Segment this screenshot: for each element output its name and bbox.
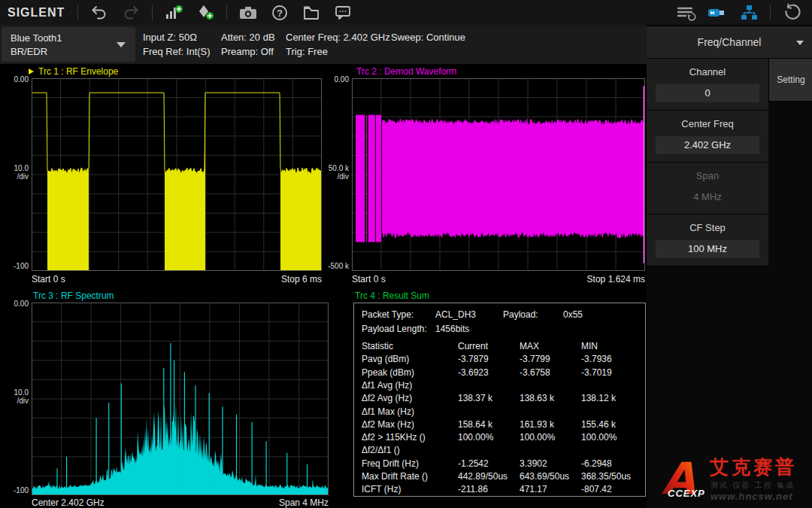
tab-setting[interactable]: Setting [768, 59, 812, 102]
file-button[interactable] [301, 3, 322, 23]
trc1-y-bottom: -100 [2, 262, 29, 270]
trc2-x-labels: Start 0 sStop 1.624 ms [352, 274, 645, 284]
result-sum-table: Packet Type: ACL_DH3 Payload: 0x55 Paylo… [353, 303, 646, 497]
channel-value[interactable]: 0 [656, 84, 759, 102]
trc2-header[interactable]: Trc 2 : Demod Waveform [356, 66, 456, 77]
accexp-website: www.hncsw.net [710, 491, 793, 502]
undo-button[interactable] [89, 3, 110, 23]
panel-title-dropdown[interactable]: Freq/Channel [647, 26, 812, 59]
accexp-chinese: 艾克赛普 [710, 455, 797, 479]
toolbar: SIGLENT [0, 0, 812, 25]
add-marker-icon [195, 4, 215, 22]
side-panel: Freq/Channel Channel 0 Center Freq 2.402… [647, 26, 812, 508]
chat-icon [334, 5, 352, 21]
measurement-mode-dropdown[interactable]: Blue Tooth1 BR/EDR [2, 27, 135, 62]
trc1-header[interactable]: Trc 1 : RF Envelope [29, 66, 118, 77]
active-trace-arrow-icon [29, 68, 34, 75]
trc3-x-labels: Center 2.402 GHzSpan 4 MHz [32, 497, 329, 508]
trc3-y-bottom: -100 [2, 486, 29, 494]
mode-subtitle: BR/EDR [11, 46, 47, 57]
brand-logo: SIGLENT [8, 6, 65, 20]
trc1-y-top: 0.00 [2, 75, 29, 84]
menu-item-channel[interactable]: Channel 0 [647, 59, 768, 111]
add-trace-button[interactable] [163, 3, 184, 23]
help-icon: ? [271, 4, 289, 22]
panel-title-label: Freq/Channel [698, 36, 762, 48]
status-field-sweep: Sweep: Continue [391, 30, 465, 59]
camera-icon [238, 5, 258, 21]
span-value: 4 MHz [656, 188, 759, 206]
trc4-header[interactable]: Trc 4 : Result Sum [355, 291, 429, 301]
undo-icon [90, 5, 108, 21]
center-freq-value[interactable]: 2.402 GHz [656, 136, 759, 154]
message-button[interactable] [332, 3, 353, 23]
add-marker-button[interactable] [195, 3, 216, 23]
trc3-plot[interactable] [32, 303, 329, 495]
trc1-plot[interactable] [32, 78, 322, 271]
panel-menu: Channel 0 Center Freq 2.402 GHz Span 4 M… [647, 59, 768, 266]
lan-network-icon [739, 4, 759, 22]
accexp-text: CCEXP [668, 488, 705, 499]
history-icon [782, 3, 801, 23]
usb-device-icon [707, 5, 728, 20]
divider [152, 5, 153, 20]
accexp-logo: A CCEXP 艾克赛普 测试·仪器·工控·集成 www.hncsw.net [660, 449, 810, 506]
status-field-freq: Center Freq: 2.402 GHzTrig: Free [286, 30, 391, 59]
redo-button[interactable] [120, 3, 141, 23]
divider [77, 5, 78, 20]
mode-title: Blue Tooth1 [11, 32, 62, 44]
status-field-atten: Atten: 20 dBPreamp: Off [221, 30, 286, 59]
status-field-input: Input Z: 50ΩFreq Ref: Int(S) [143, 30, 221, 59]
system-menu-button[interactable] [675, 3, 696, 23]
trc2-y-top: 0.00 [322, 75, 349, 84]
system-menu-icon [675, 4, 696, 22]
menu-item-center-freq[interactable]: Center Freq 2.402 GHz [647, 111, 768, 163]
svg-text:?: ? [277, 7, 283, 18]
payload-length-row: Payload Length: 1456bits [354, 324, 645, 336]
divider [770, 5, 771, 20]
chevron-down-icon [117, 42, 126, 47]
divider [226, 5, 227, 20]
menu-item-cf-step[interactable]: CF Step 100 MHz [647, 214, 768, 266]
trc1-x-labels: Start 0 sStop 6 ms [32, 274, 322, 284]
menu-item-span: Span 4 MHz [647, 163, 768, 214]
usb-status-button[interactable] [707, 3, 728, 23]
folder-icon [302, 5, 320, 21]
status-bar: Blue Tooth1 BR/EDR Input Z: 50ΩFreq Ref:… [0, 25, 647, 64]
trc2-y-bottom: -500 k [322, 262, 349, 270]
trc2-plot[interactable] [352, 78, 645, 271]
redo-icon [122, 5, 140, 21]
history-button[interactable] [781, 3, 802, 23]
trc3-header[interactable]: Trc 3 : RF Spectrum [33, 291, 114, 301]
cf-step-value[interactable]: 100 MHz [656, 240, 759, 258]
trc3-y-div: 10.0/div [2, 388, 29, 405]
chevron-down-icon [796, 41, 804, 45]
trc1-y-div: 10.0/div [2, 164, 29, 181]
packet-info-row: Packet Type: ACL_DH3 Payload: 0x55 [354, 309, 645, 322]
trc2-y-div: 50.0 k/div [322, 164, 349, 181]
toolbar-right-group [670, 3, 812, 23]
add-trace-icon [164, 4, 183, 22]
accexp-tagline: 测试·仪器·工控·集成 [710, 480, 795, 491]
lan-status-button[interactable] [738, 3, 759, 23]
trc3-y-top: 0.00 [2, 300, 29, 308]
screenshot-button[interactable] [238, 3, 259, 23]
status-fields: Input Z: 50ΩFreq Ref: Int(S) Atten: 20 d… [143, 30, 465, 59]
help-button[interactable]: ? [269, 3, 290, 23]
